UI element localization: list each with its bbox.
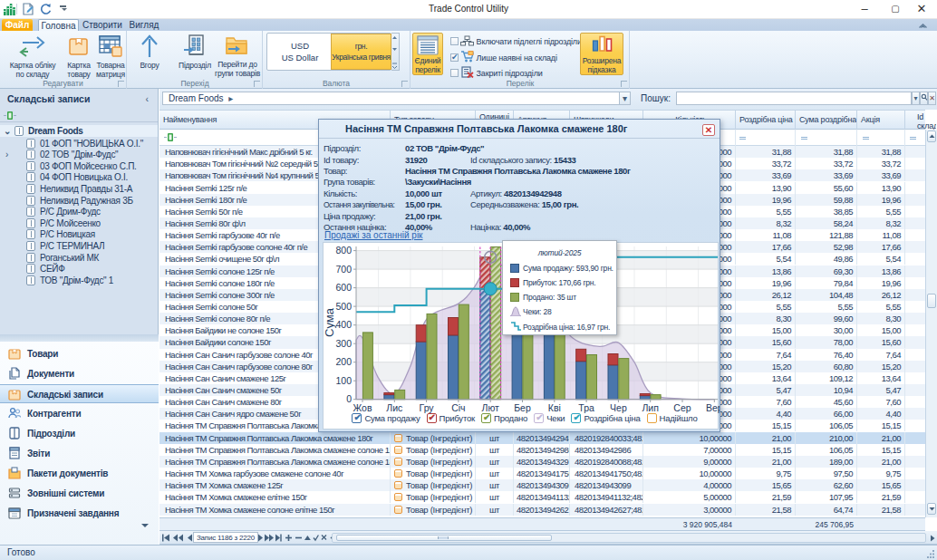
svg-text:Чер: Чер xyxy=(610,402,627,413)
svg-text:100: 100 xyxy=(335,375,352,386)
svg-text:800: 800 xyxy=(335,245,352,256)
svg-text:Кві: Кві xyxy=(548,402,561,413)
svg-text:700: 700 xyxy=(335,264,352,275)
svg-text:600: 600 xyxy=(335,282,352,293)
svg-text:Лип: Лип xyxy=(642,402,658,413)
svg-text:400: 400 xyxy=(335,319,352,330)
svg-text:Сер: Сер xyxy=(673,402,691,413)
svg-text:0: 0 xyxy=(346,393,352,404)
svg-text:300: 300 xyxy=(335,338,352,349)
svg-text:200: 200 xyxy=(335,356,352,367)
svg-text:Сума: Сума xyxy=(324,307,336,337)
svg-text:500: 500 xyxy=(335,301,352,312)
svg-text:Січ: Січ xyxy=(451,402,465,413)
svg-text:Бер: Бер xyxy=(514,402,531,413)
svg-text:Лис: Лис xyxy=(386,402,402,413)
svg-text:Вер: Вер xyxy=(706,402,720,413)
svg-text:Тра: Тра xyxy=(578,402,594,413)
